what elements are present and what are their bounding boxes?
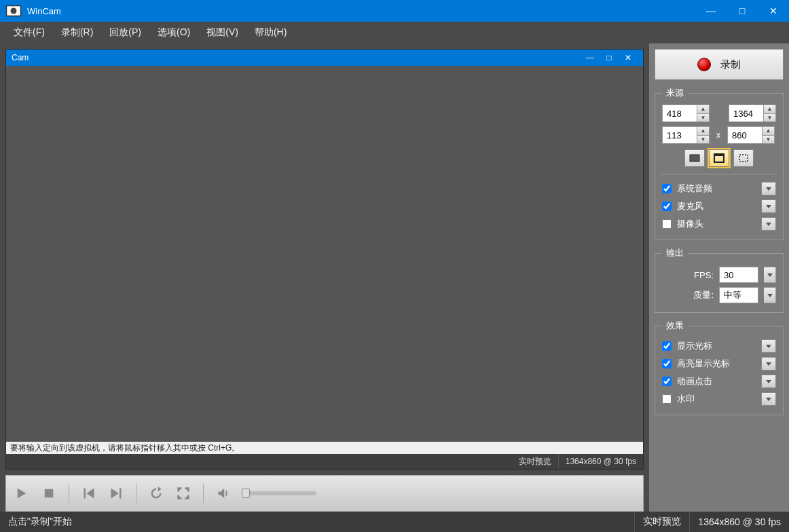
- spinner-down-icon[interactable]: ▼: [763, 135, 775, 145]
- titlebar: WinCam — □ ✕: [0, 0, 789, 22]
- svg-marker-8: [158, 487, 162, 492]
- mode-fullscreen-button[interactable]: [684, 149, 705, 167]
- spinner-up-icon[interactable]: ▲: [697, 104, 710, 113]
- spinner-down-icon[interactable]: ▼: [764, 113, 776, 123]
- separator: [69, 484, 69, 503]
- watermark-label: 水印: [677, 393, 756, 405]
- menu-replay[interactable]: 回放(P): [101, 24, 149, 41]
- svg-point-1: [11, 8, 17, 14]
- menu-options[interactable]: 选项(O): [149, 24, 198, 41]
- minimize-button[interactable]: —: [695, 0, 727, 22]
- show-cursor-options-button[interactable]: [761, 339, 776, 353]
- volume-slider[interactable]: [242, 491, 316, 495]
- source-left-input[interactable]: [662, 104, 697, 122]
- system-audio-label: 系统音频: [677, 183, 756, 195]
- source-top-field[interactable]: ▲▼: [662, 126, 710, 144]
- maximize-button[interactable]: □: [727, 0, 758, 22]
- record-icon: [697, 58, 711, 71]
- status-preview-label: 实时预览: [634, 512, 689, 532]
- status-resolution: 1364x860 @ 30 fps: [689, 512, 789, 532]
- menu-help[interactable]: 帮助(H): [246, 24, 295, 41]
- menu-file[interactable]: 文件(F): [5, 24, 53, 41]
- spinner-up-icon[interactable]: ▲: [764, 104, 776, 113]
- highlight-cursor-options-button[interactable]: [761, 357, 776, 370]
- nested-window-title: Cam: [12, 53, 29, 62]
- app-title: WinCam: [27, 6, 695, 16]
- effects-group: 效果 显示光标 高亮显示光标 动画点击 水印: [655, 320, 784, 415]
- svg-rect-4: [84, 489, 86, 499]
- menubar: 文件(F) 录制(R) 回放(P) 选项(O) 视图(V) 帮助(H): [0, 22, 789, 43]
- volume-icon[interactable]: [215, 484, 232, 502]
- spinner-down-icon[interactable]: ▼: [697, 113, 710, 123]
- output-group: 输出 FPS: 30 质量: 中等: [655, 247, 784, 313]
- source-legend: 来源: [662, 87, 688, 99]
- menu-view[interactable]: 视图(V): [198, 24, 246, 41]
- svg-marker-9: [219, 489, 225, 499]
- mode-window-button[interactable]: [709, 149, 729, 167]
- spinner-up-icon[interactable]: ▲: [763, 126, 775, 135]
- vm-input-hint: 要将输入定向到该虚拟机，请将鼠标指针移入其中或按 Ctrl+G。: [6, 442, 643, 454]
- quality-value[interactable]: 中等: [719, 287, 758, 303]
- fps-value[interactable]: 30: [719, 267, 758, 283]
- source-left-field[interactable]: ▲▼: [662, 104, 710, 122]
- quality-dropdown-button[interactable]: [764, 287, 776, 303]
- camera-options-button[interactable]: [761, 217, 776, 231]
- volume-thumb[interactable]: [242, 489, 250, 498]
- nested-preview-label: 实时预览: [512, 454, 558, 469]
- svg-rect-7: [120, 489, 122, 499]
- system-audio-options-button[interactable]: [761, 182, 776, 195]
- highlight-cursor-checkbox[interactable]: [662, 359, 672, 368]
- record-button-label: 录制: [720, 58, 741, 71]
- next-frame-button[interactable]: [107, 484, 125, 502]
- animate-click-checkbox[interactable]: [662, 377, 672, 386]
- camera-checkbox[interactable]: [662, 219, 672, 229]
- fps-label: FPS:: [694, 270, 714, 280]
- system-audio-checkbox[interactable]: [662, 184, 672, 193]
- microphone-checkbox[interactable]: [662, 202, 672, 211]
- fullscreen-button[interactable]: [175, 484, 192, 502]
- highlight-cursor-label: 高亮显示光标: [677, 358, 756, 370]
- close-button[interactable]: ✕: [758, 0, 789, 22]
- svg-rect-10: [690, 155, 699, 162]
- svg-marker-5: [86, 489, 94, 499]
- camera-label: 摄像头: [677, 218, 756, 230]
- separator: [136, 484, 136, 503]
- source-height-input[interactable]: [727, 126, 763, 144]
- fps-dropdown-button[interactable]: [764, 267, 776, 283]
- stop-button[interactable]: [40, 484, 58, 502]
- loop-button[interactable]: [147, 484, 165, 502]
- spinner-up-icon[interactable]: ▲: [697, 126, 710, 135]
- nested-close-icon[interactable]: ✕: [619, 53, 638, 62]
- source-group: 来源 ▲▼ ▲▼ ▲▼ x ▲: [655, 87, 784, 240]
- play-button[interactable]: [13, 484, 31, 502]
- animate-click-options-button[interactable]: [761, 375, 776, 388]
- nested-window-titlebar: Cam — □ ✕: [6, 50, 643, 66]
- mode-region-button[interactable]: [733, 149, 754, 167]
- svg-rect-12: [714, 154, 724, 156]
- microphone-options-button[interactable]: [761, 200, 776, 213]
- preview-pane: Cam — □ ✕ 要将输入定向到该虚拟机，请将鼠标指针移入其中或按 Ctrl+…: [0, 43, 649, 512]
- svg-marker-6: [111, 489, 119, 499]
- source-width-input[interactable]: [729, 104, 764, 122]
- prev-frame-button[interactable]: [80, 484, 98, 502]
- effects-legend: 效果: [662, 320, 688, 332]
- statusbar: 点击"录制"开始 实时预览 1364x860 @ 30 fps: [0, 512, 789, 532]
- preview-box: Cam — □ ✕ 要将输入定向到该虚拟机，请将鼠标指针移入其中或按 Ctrl+…: [5, 49, 644, 470]
- show-cursor-checkbox[interactable]: [662, 341, 672, 351]
- player-bar: [5, 475, 644, 512]
- nested-maximize-icon[interactable]: □: [600, 53, 619, 62]
- record-button[interactable]: 录制: [655, 49, 784, 80]
- source-height-field[interactable]: ▲▼: [727, 126, 775, 144]
- watermark-options-button[interactable]: [761, 392, 776, 406]
- menu-record[interactable]: 录制(R): [53, 24, 101, 41]
- source-width-field[interactable]: ▲▼: [729, 104, 776, 122]
- spinner-down-icon[interactable]: ▼: [697, 135, 710, 145]
- output-legend: 输出: [662, 247, 688, 259]
- svg-rect-3: [45, 489, 54, 498]
- watermark-checkbox[interactable]: [662, 394, 672, 404]
- svg-marker-2: [18, 489, 26, 499]
- nested-minimize-icon[interactable]: —: [581, 53, 600, 62]
- side-panel: 录制 来源 ▲▼ ▲▼ ▲▼ x: [649, 43, 789, 512]
- source-top-input[interactable]: [662, 126, 697, 144]
- show-cursor-label: 显示光标: [677, 340, 756, 352]
